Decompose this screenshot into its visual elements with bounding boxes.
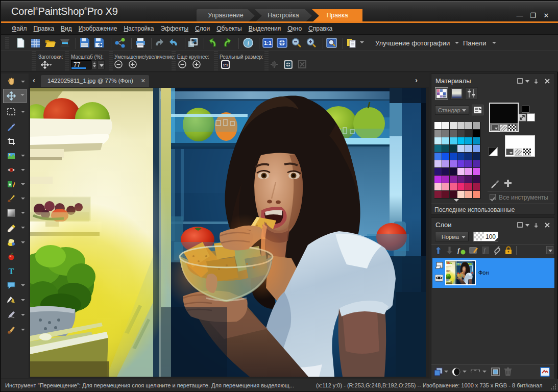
svg-text:f: f: [457, 247, 460, 254]
svg-text:1:1: 1:1: [223, 63, 228, 67]
svg-text:1:1: 1:1: [264, 40, 272, 46]
svg-text:T: T: [9, 267, 14, 276]
svg-text:i: i: [247, 39, 249, 47]
